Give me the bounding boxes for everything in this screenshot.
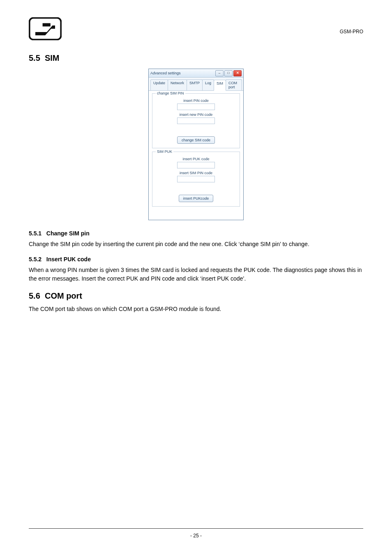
section-5-5-1-para: Change the SIM pin code by inserting the… <box>29 240 363 249</box>
section-5-5-2-text: Insert PUK code <box>46 256 91 263</box>
insert-sim-pin-label: insert SIM PIN code <box>156 171 236 175</box>
section-5-5-2-num: 5.5.2 <box>29 256 42 263</box>
tab-com-port[interactable]: COM port <box>226 79 242 90</box>
insert-new-pin-label: insert new PIN code <box>156 113 236 117</box>
window-body: change SIM PIN insert PIN code insert ne… <box>149 91 243 220</box>
section-5-5-1-title: 5.5.1 Change SIM pin <box>29 230 363 237</box>
page-footer: - 25 - <box>0 528 392 539</box>
window-title: Advanced settings <box>150 71 181 75</box>
insert-new-pin-input[interactable] <box>177 117 215 124</box>
svg-rect-0 <box>30 18 61 40</box>
tab-log[interactable]: Log <box>202 79 214 90</box>
insert-pin-input[interactable] <box>177 104 215 110</box>
section-5-5-2-para: When a wrong PIN number is given 3 times… <box>29 266 363 283</box>
doc-id: GSM-PRO <box>340 16 363 35</box>
sim-puk-legend: SIM PUK <box>156 150 173 154</box>
page-number: - 25 - <box>190 533 202 539</box>
tab-smtp[interactable]: SMTP <box>187 79 203 90</box>
section-5-6-title: 5.6 COM port <box>29 291 363 301</box>
change-sim-code-button[interactable]: change SIM code <box>177 136 215 144</box>
section-5-5-title: 5.5 SIM <box>29 53 363 63</box>
sim-puk-group: SIM PUK insert PUK code insert SIM PIN c… <box>152 152 240 207</box>
section-5-6-num: 5.6 <box>29 291 40 300</box>
section-5-6-text: COM port <box>45 291 82 300</box>
insert-puk-code-button[interactable]: insert PUKcode <box>179 195 214 202</box>
tab-sim[interactable]: SIM <box>214 80 226 91</box>
section-5-5-2-title: 5.5.2 Insert PUK code <box>29 256 363 263</box>
insert-pin-label: insert PIN code <box>156 99 236 103</box>
brand-logo <box>29 16 62 41</box>
window-controls: – □ ✕ <box>215 70 242 76</box>
close-button[interactable]: ✕ <box>233 70 242 76</box>
section-5-6-para: The COM port tab shows on which COM port… <box>29 305 363 313</box>
minimize-button[interactable]: – <box>215 70 224 76</box>
insert-puk-input[interactable] <box>177 162 215 168</box>
footer-rule <box>29 528 363 529</box>
tab-network[interactable]: Network <box>168 79 187 90</box>
section-5-5-text: SIM <box>45 53 60 62</box>
change-sim-pin-group: change SIM PIN insert PIN code insert ne… <box>152 93 240 148</box>
change-sim-pin-legend: change SIM PIN <box>156 91 185 95</box>
insert-sim-pin-input[interactable] <box>177 176 215 182</box>
section-5-5-1-text: Change SIM pin <box>46 230 90 237</box>
section-5-5-num: 5.5 <box>29 53 40 62</box>
window-titlebar: Advanced settings – □ ✕ <box>149 69 243 78</box>
maximize-button[interactable]: □ <box>224 70 233 76</box>
svg-rect-1 <box>43 23 51 26</box>
insert-puk-label: insert PUK code <box>156 157 236 161</box>
advanced-settings-window: Advanced settings – □ ✕ Update Network S… <box>148 69 244 220</box>
tab-update[interactable]: Update <box>150 79 168 90</box>
tab-strip: Update Network SMTP Log SIM COM port <box>149 78 243 91</box>
section-5-5-1-num: 5.5.1 <box>29 230 42 237</box>
